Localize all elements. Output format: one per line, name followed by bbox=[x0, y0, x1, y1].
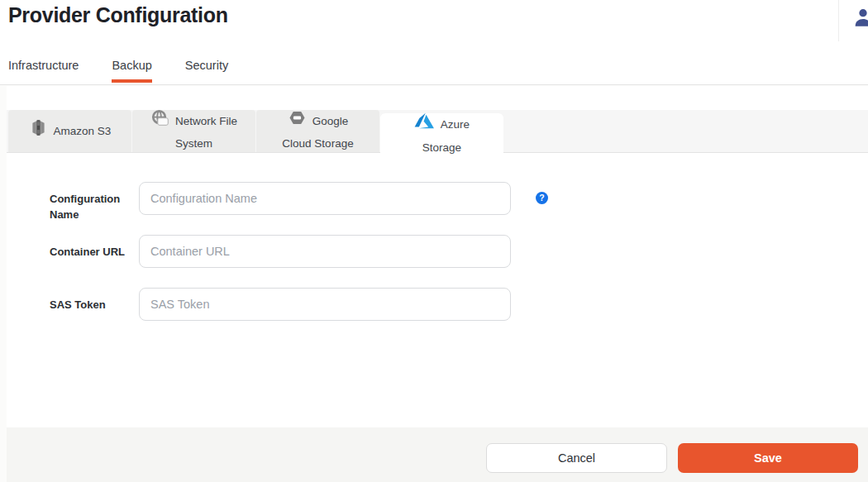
header-divider bbox=[838, 0, 839, 41]
sas-token-label: SAS Token bbox=[50, 288, 132, 313]
configuration-name-label: Configuration Name bbox=[50, 182, 132, 222]
tab-label: Amazon S3 bbox=[54, 124, 112, 136]
header: Provider Configuration Infrastructure Ba… bbox=[0, 0, 868, 85]
tab-label: Network File System bbox=[175, 115, 237, 150]
help-icon[interactable]: ? bbox=[536, 192, 548, 204]
user-icon[interactable] bbox=[852, 7, 868, 28]
tab-google-cloud-storage[interactable]: Google Cloud Storage bbox=[256, 110, 379, 152]
tab-amazon-s3[interactable]: Amazon S3 bbox=[8, 110, 131, 152]
azure-storage-icon bbox=[414, 111, 435, 137]
configuration-name-input[interactable] bbox=[139, 182, 511, 215]
amazon-s3-icon bbox=[29, 118, 48, 143]
page-title: Provider Configuration bbox=[8, 3, 228, 27]
section-nav: Infrastructure Backup Security bbox=[8, 59, 261, 83]
tab-azure-storage[interactable]: Azure Storage bbox=[380, 113, 503, 155]
nav-item-infrastructure[interactable]: Infrastructure bbox=[8, 59, 79, 83]
google-cloud-storage-icon bbox=[288, 108, 307, 133]
provider-panel: Amazon S3 Network File System bbox=[7, 86, 868, 482]
sas-token-input[interactable] bbox=[139, 288, 511, 321]
nav-item-security[interactable]: Security bbox=[185, 59, 228, 83]
nav-item-backup[interactable]: Backup bbox=[112, 59, 151, 83]
tab-network-file-system[interactable]: Network File System bbox=[132, 110, 255, 152]
container-url-input[interactable] bbox=[139, 235, 511, 268]
cancel-button[interactable]: Cancel bbox=[486, 443, 667, 473]
container-url-label: Container URL bbox=[50, 235, 132, 260]
provider-tabstrip: Amazon S3 Network File System bbox=[7, 110, 868, 153]
network-file-system-icon bbox=[150, 108, 169, 133]
save-button[interactable]: Save bbox=[678, 443, 858, 473]
footer-bar: Cancel Save bbox=[7, 427, 868, 482]
